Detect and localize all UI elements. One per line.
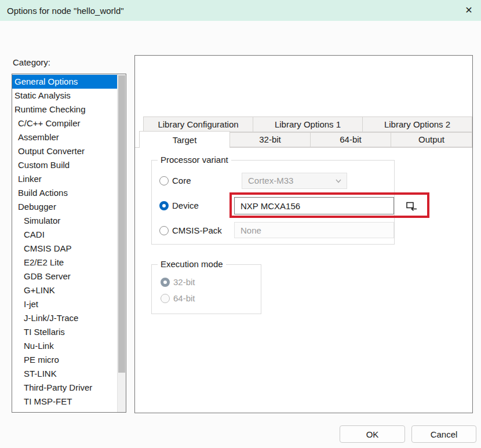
core-dropdown: Cortex-M33	[242, 173, 347, 189]
category-item-debugger[interactable]: Debugger	[12, 200, 117, 214]
tab-target[interactable]: Target	[139, 131, 230, 148]
options-panel: Library Configuration Library Options 1 …	[134, 55, 473, 413]
tab-library-configuration[interactable]: Library Configuration	[143, 116, 253, 132]
tab-row-1: Library Configuration Library Options 1 …	[143, 116, 472, 132]
tab-library-options-1[interactable]: Library Options 1	[253, 116, 363, 132]
category-item-cmsis-dap[interactable]: CMSIS DAP	[12, 242, 117, 256]
tab-64-bit[interactable]: 64-bit	[310, 132, 391, 147]
ok-button[interactable]: OK	[340, 425, 405, 443]
core-radio	[159, 176, 169, 185]
category-item-st-link[interactable]: ST-LINK	[12, 367, 117, 381]
tab-output[interactable]: Output	[391, 132, 472, 147]
execution-64bit-radio	[161, 294, 170, 303]
device-select-icon	[406, 201, 417, 212]
category-listbox: General Options Static Analysis Runtime …	[12, 74, 126, 413]
scrollbar-thumb[interactable]	[118, 75, 125, 373]
execution-32bit-radio	[161, 278, 170, 287]
window-title: Options for node "hello_world"	[7, 6, 124, 16]
execution-mode-group: Execution mode 32-bit 64-bit	[151, 264, 261, 314]
category-item-ti-stellaris[interactable]: TI Stellaris	[12, 325, 117, 339]
cmsis-pack-radio[interactable]	[159, 226, 169, 235]
category-item-custom-build[interactable]: Custom Build	[12, 158, 117, 172]
tab-library-options-2[interactable]: Library Options 2	[362, 116, 472, 132]
close-icon: ✕	[465, 5, 472, 16]
category-item-assembler[interactable]: Assembler	[12, 130, 117, 144]
device-select-button[interactable]	[400, 198, 422, 215]
category-items: General Options Static Analysis Runtime …	[12, 75, 117, 409]
processor-variant-legend: Processor variant	[158, 155, 231, 165]
category-item-runtime-checking[interactable]: Runtime Checking	[12, 103, 117, 116]
category-item-j-link[interactable]: J-Link/J-Trace	[12, 311, 117, 325]
titlebar: Options for node "hello_world"	[0, 0, 481, 21]
category-item-cadi[interactable]: CADI	[12, 228, 117, 242]
tab-32-bit[interactable]: 32-bit	[229, 132, 311, 147]
cancel-button[interactable]: Cancel	[411, 425, 476, 443]
category-label: Category:	[13, 57, 50, 67]
category-item-g-link[interactable]: G+LINK	[12, 283, 117, 297]
chevron-down-icon	[336, 179, 341, 183]
category-item-linker[interactable]: Linker	[12, 172, 117, 186]
category-item-i-jet[interactable]: I-jet	[12, 297, 117, 311]
cmsis-pack-input	[234, 222, 394, 238]
category-item-build-actions[interactable]: Build Actions	[12, 186, 117, 200]
category-item-general-options[interactable]: General Options	[12, 75, 117, 89]
core-radio-label: Core	[172, 176, 191, 185]
device-input[interactable]	[234, 197, 394, 214]
processor-variant-group: Processor variant Core Cortex-M33 Device…	[151, 160, 395, 245]
category-item-gdb-server[interactable]: GDB Server	[12, 269, 117, 283]
cmsis-pack-radio-label[interactable]: CMSIS-Pack	[172, 225, 222, 235]
device-radio-label[interactable]: Device	[172, 201, 199, 210]
category-item-c-cpp-compiler[interactable]: C/C++ Compiler	[12, 116, 117, 130]
category-item-pe-micro[interactable]: PE micro	[12, 353, 117, 367]
category-item-nu-link[interactable]: Nu-Link	[12, 339, 117, 353]
category-item-ti-msp-fet[interactable]: TI MSP-FET	[12, 395, 117, 409]
category-item-third-party-driver[interactable]: Third-Party Driver	[12, 381, 117, 395]
category-item-static-analysis[interactable]: Static Analysis	[12, 89, 117, 103]
device-radio[interactable]	[159, 201, 169, 210]
execution-64bit-label: 64-bit	[173, 293, 195, 303]
close-button[interactable]: ✕	[461, 3, 476, 17]
core-dropdown-value: Cortex-M33	[248, 176, 293, 185]
category-item-output-converter[interactable]: Output Converter	[12, 144, 117, 158]
category-item-simulator[interactable]: Simulator	[12, 214, 117, 228]
execution-32bit-label: 32-bit	[173, 277, 195, 287]
category-item-e2-lite[interactable]: E2/E2 Lite	[12, 256, 117, 269]
category-scrollbar[interactable]	[117, 74, 126, 412]
execution-mode-legend: Execution mode	[158, 259, 226, 269]
